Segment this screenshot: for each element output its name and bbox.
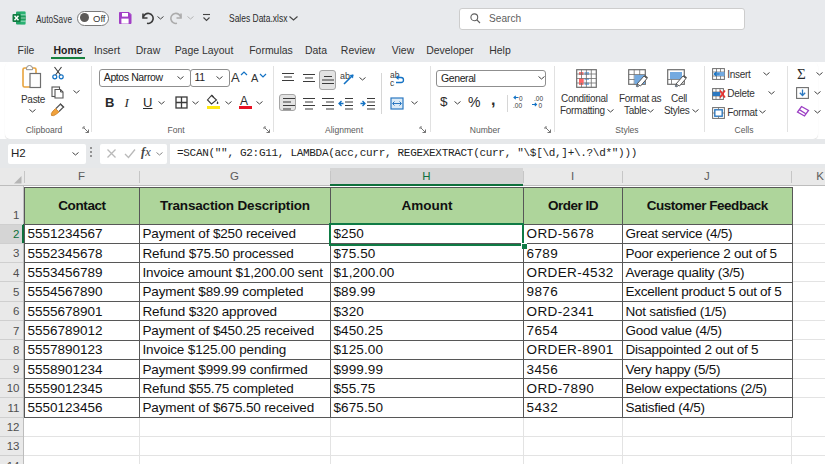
svg-text:0: 0 xyxy=(539,102,543,109)
svg-text:.00: .00 xyxy=(513,102,522,109)
